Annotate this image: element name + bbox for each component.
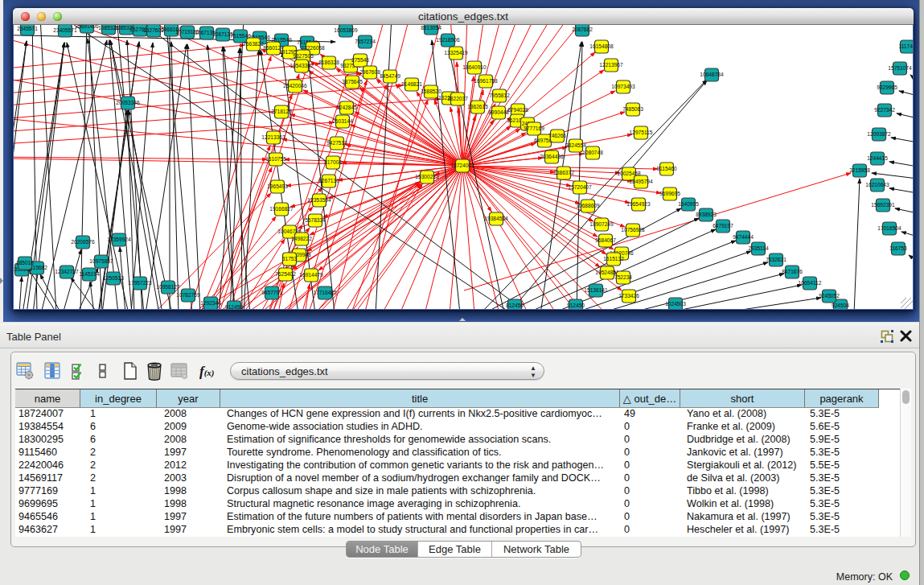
svg-text:7485063: 7485063 <box>622 106 643 112</box>
svg-text:1615132: 1615132 <box>603 256 624 262</box>
svg-text:9327505: 9327505 <box>293 53 314 59</box>
svg-text:1244415: 1244415 <box>867 155 888 161</box>
svg-text:2345571: 2345571 <box>17 26 38 31</box>
svg-text:2967608: 2967608 <box>359 69 380 75</box>
svg-text:9684067: 9684067 <box>595 237 616 243</box>
svg-text:9245052: 9245052 <box>819 293 840 299</box>
svg-text:10756928: 10756928 <box>621 227 645 233</box>
svg-text:20206576: 20206576 <box>71 239 95 245</box>
svg-text:13325419: 13325419 <box>444 50 468 56</box>
svg-text:7386372: 7386372 <box>553 170 574 175</box>
svg-text:1640995: 1640995 <box>678 201 699 207</box>
svg-text:9474444: 9474444 <box>733 234 754 240</box>
svg-text:12975115: 12975115 <box>630 130 653 135</box>
svg-text:16053809: 16053809 <box>334 27 358 33</box>
svg-text:7955812: 7955812 <box>489 93 510 98</box>
svg-text:752234: 752234 <box>614 274 632 280</box>
svg-text:1080748: 1080748 <box>582 150 603 155</box>
svg-text:10958127: 10958127 <box>156 284 180 290</box>
svg-text:1362615: 1362615 <box>467 104 488 109</box>
svg-text:17359924: 17359924 <box>107 237 131 242</box>
svg-text:16961758: 16961758 <box>474 78 498 84</box>
svg-text:19218506: 19218506 <box>436 37 460 43</box>
svg-text:9699695: 9699695 <box>659 191 680 196</box>
svg-text:1145194: 1145194 <box>79 271 100 277</box>
svg-text:10543362: 10543362 <box>290 63 314 68</box>
svg-text:2935114: 2935114 <box>748 245 769 251</box>
svg-text:3824554: 3824554 <box>565 142 586 148</box>
svg-text:116753: 116753 <box>889 245 907 251</box>
svg-text:12213967: 12213967 <box>599 62 623 68</box>
svg-text:10688609: 10688609 <box>576 203 600 208</box>
svg-text:1733426: 1733426 <box>618 293 639 299</box>
svg-text:1250513: 1250513 <box>103 275 124 281</box>
svg-text:17957223: 17957223 <box>128 280 152 286</box>
svg-text:10648784: 10648784 <box>700 72 724 77</box>
svg-text:3215958: 3215958 <box>849 167 870 173</box>
svg-text:1588520: 1588520 <box>421 89 441 94</box>
svg-text:17716485: 17716485 <box>313 290 337 295</box>
svg-text:19654923: 19654923 <box>626 201 651 207</box>
svg-text:12353594: 12353594 <box>307 197 331 203</box>
svg-text:15751074: 15751074 <box>888 65 912 71</box>
svg-text:12093872: 12093872 <box>867 131 891 137</box>
svg-text:7663822: 7663822 <box>243 41 264 47</box>
svg-text:1965493: 1965493 <box>267 183 288 189</box>
svg-text:9427512: 9427512 <box>326 140 347 146</box>
svg-text:18495794: 18495794 <box>629 179 653 184</box>
svg-text:8186328: 8186328 <box>318 60 339 65</box>
svg-text:185016: 185016 <box>16 260 34 266</box>
svg-text:2087682: 2087682 <box>572 27 593 32</box>
svg-text:6794028: 6794028 <box>507 107 528 113</box>
svg-text:8813054: 8813054 <box>421 25 441 31</box>
svg-text:31753: 31753 <box>282 256 298 262</box>
svg-text:912450: 912450 <box>225 304 243 309</box>
svg-text:19384554: 19384554 <box>484 216 508 221</box>
svg-text:9115460: 9115460 <box>656 166 677 171</box>
svg-text:8938923: 8938923 <box>696 212 717 217</box>
svg-text:1024503: 1024503 <box>665 301 686 307</box>
svg-text:15720407: 15720407 <box>568 184 592 190</box>
svg-text:17016504: 17016504 <box>877 225 901 231</box>
svg-text:9777169: 9777169 <box>524 126 544 131</box>
svg-text:746266: 746266 <box>548 133 566 138</box>
svg-text:2603144: 2603144 <box>332 118 353 124</box>
svg-text:23420046: 23420046 <box>283 83 307 89</box>
svg-text:9146821: 9146821 <box>401 81 422 87</box>
svg-text:8990448: 8990448 <box>488 109 509 115</box>
svg-text:8471676: 8471676 <box>782 269 803 274</box>
svg-text:9329965: 9329965 <box>877 84 897 90</box>
svg-text:912450: 912450 <box>567 303 585 308</box>
svg-text:9242845: 9242845 <box>336 105 357 110</box>
svg-text:3822037: 3822037 <box>447 96 468 101</box>
svg-text:812450: 812450 <box>506 303 524 308</box>
svg-text:8454749: 8454749 <box>380 73 400 79</box>
svg-text:275546: 275546 <box>351 57 369 63</box>
svg-text:2718129: 2718129 <box>271 109 292 114</box>
svg-text:5578334: 5578334 <box>305 217 326 223</box>
svg-text:15300273: 15300273 <box>415 174 439 179</box>
svg-text:15692391: 15692391 <box>871 202 895 208</box>
svg-text:1292344: 1292344 <box>200 300 221 306</box>
svg-text:111745: 111745 <box>898 43 913 49</box>
svg-text:12213363: 12213363 <box>261 134 285 140</box>
svg-text:18640910: 18640910 <box>462 64 487 70</box>
svg-text:15136141: 15136141 <box>584 287 608 293</box>
svg-text:9227342: 9227342 <box>874 107 895 113</box>
svg-text:9457791: 9457791 <box>261 290 282 295</box>
svg-text:1610755: 1610755 <box>265 156 286 162</box>
svg-text:6479197: 6479197 <box>713 223 733 229</box>
svg-text:18724007: 18724007 <box>450 163 474 168</box>
svg-text:12342737: 12342737 <box>55 269 79 274</box>
svg-text:16210643: 16210643 <box>865 182 889 187</box>
svg-text:18907249: 18907249 <box>589 221 614 227</box>
svg-text:16914479: 16914479 <box>299 272 323 278</box>
svg-text:924504: 924504 <box>832 303 849 308</box>
svg-text:817004: 817004 <box>324 159 342 165</box>
svg-text:1498222: 1498222 <box>291 236 312 241</box>
svg-text:7632621: 7632621 <box>766 257 786 262</box>
svg-text:10782759: 10782759 <box>176 292 200 298</box>
svg-text:19166827: 19166827 <box>269 206 294 212</box>
svg-text:7625402: 7625402 <box>275 271 296 277</box>
svg-text:10975857: 10975857 <box>89 258 113 264</box>
